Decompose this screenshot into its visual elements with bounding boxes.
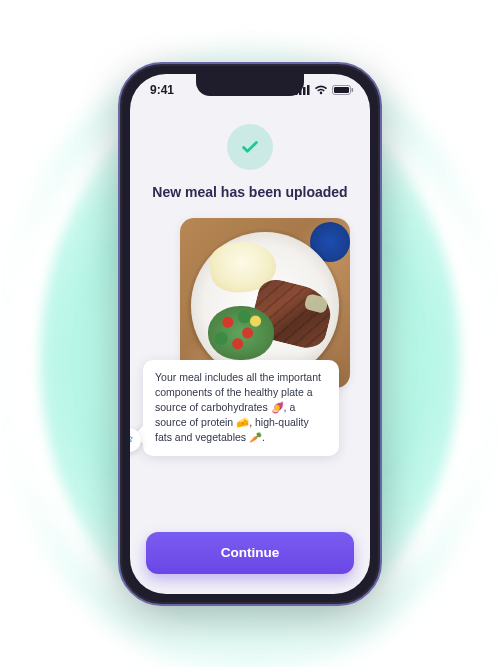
phone-notch [196, 74, 304, 96]
battery-icon [332, 85, 354, 95]
continue-button-label: Continue [221, 545, 280, 560]
status-time: 9:41 [150, 83, 174, 97]
screen-content: New meal has been uploaded Your meal inc… [130, 106, 370, 594]
svg-rect-3 [307, 85, 310, 95]
assistant-bubble-wrap: Your meal includes all the important com… [143, 360, 339, 456]
phone-screen: 9:41 [130, 74, 370, 594]
meal-description-text: Your meal includes all the important com… [155, 371, 321, 444]
photo-salad [208, 306, 274, 360]
page-title: New meal has been uploaded [152, 184, 347, 200]
status-icons [295, 85, 354, 95]
continue-button[interactable]: Continue [146, 532, 354, 574]
svg-rect-2 [303, 87, 306, 95]
svg-rect-5 [334, 87, 349, 93]
wifi-icon [314, 85, 328, 95]
meal-description-bubble: Your meal includes all the important com… [143, 360, 339, 456]
svg-rect-6 [352, 88, 354, 92]
phone-frame: 9:41 [118, 62, 382, 606]
success-check-icon [227, 124, 273, 170]
